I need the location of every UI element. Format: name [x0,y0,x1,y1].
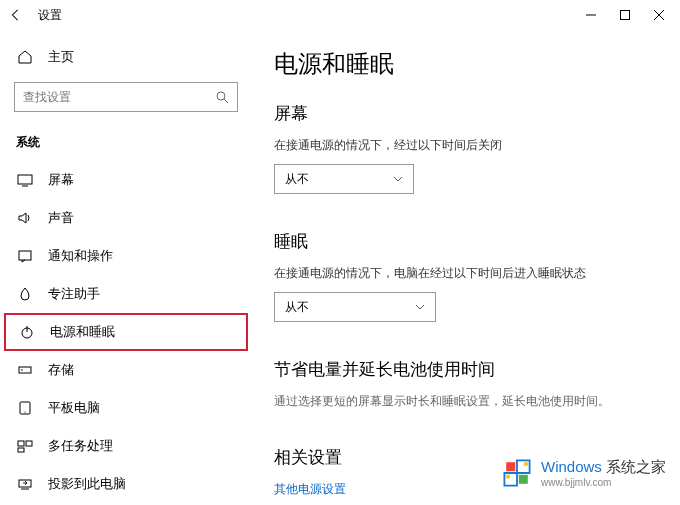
title-bar-left: 设置 [8,7,62,24]
svg-rect-8 [19,251,31,260]
sidebar-item-display[interactable]: 屏幕 [0,161,252,199]
svg-point-12 [21,369,23,371]
svg-rect-11 [19,367,31,373]
sidebar-item-multitask[interactable]: 多任务处理 [0,427,252,465]
home-icon [16,48,34,66]
home-button[interactable]: 主页 [0,38,252,76]
nav-list: 屏幕 声音 通知和操作 专注助手 电源和睡眠 存储 [0,161,252,503]
svg-point-4 [217,92,225,100]
svg-rect-16 [26,441,32,446]
close-button[interactable] [652,8,666,22]
svg-line-5 [224,99,228,103]
battery-heading: 节省电量并延长电池使用时间 [274,358,654,381]
sidebar-item-label: 平板电脑 [48,399,100,417]
notification-icon [16,247,34,265]
related-heading: 相关设置 [274,446,654,469]
svg-rect-15 [18,441,24,446]
search-field[interactable] [23,90,215,104]
sidebar-item-label: 电源和睡眠 [50,323,115,341]
window-title: 设置 [38,7,62,24]
chevron-down-icon [393,174,403,184]
sidebar-item-focus[interactable]: 专注助手 [0,275,252,313]
minimize-button[interactable] [584,8,598,22]
sidebar-item-label: 专注助手 [48,285,100,303]
screen-heading: 屏幕 [274,102,654,125]
battery-description: 通过选择更短的屏幕显示时长和睡眠设置，延长电池使用时间。 [274,393,654,410]
content-panel: 电源和睡眠 屏幕 在接通电源的情况下，经过以下时间后关闭 从不 睡眠 在接通电源… [252,30,680,505]
focus-icon [16,285,34,303]
sidebar-item-label: 声音 [48,209,74,227]
svg-rect-17 [18,448,24,452]
sidebar: 主页 系统 屏幕 声音 通知和操作 专注助手 [0,30,252,505]
related-link[interactable]: 其他电源设置 [274,481,654,498]
screen-timeout-dropdown[interactable]: 从不 [274,164,414,194]
close-icon [654,10,664,20]
sidebar-item-tablet[interactable]: 平板电脑 [0,389,252,427]
maximize-button[interactable] [618,8,632,22]
screen-description: 在接通电源的情况下，经过以下时间后关闭 [274,137,654,154]
search-input[interactable] [14,82,238,112]
dropdown-value: 从不 [285,299,309,316]
projecting-icon [16,475,34,493]
svg-rect-6 [18,175,32,184]
maximize-icon [620,10,630,20]
sidebar-item-label: 存储 [48,361,74,379]
sidebar-item-notifications[interactable]: 通知和操作 [0,237,252,275]
svg-rect-1 [621,11,630,20]
multitask-icon [16,437,34,455]
search-icon [215,90,229,104]
sleep-heading: 睡眠 [274,230,654,253]
sleep-timeout-dropdown[interactable]: 从不 [274,292,436,322]
chevron-down-icon [415,302,425,312]
back-button[interactable] [8,7,24,23]
dropdown-value: 从不 [285,171,309,188]
storage-icon [16,361,34,379]
svg-point-14 [24,411,25,412]
sidebar-item-sound[interactable]: 声音 [0,199,252,237]
sidebar-item-label: 投影到此电脑 [48,475,126,493]
arrow-left-icon [9,8,23,22]
sidebar-item-storage[interactable]: 存储 [0,351,252,389]
display-icon [16,171,34,189]
sidebar-item-label: 屏幕 [48,171,74,189]
sleep-description: 在接通电源的情况下，电脑在经过以下时间后进入睡眠状态 [274,265,654,282]
sidebar-item-projecting[interactable]: 投影到此电脑 [0,465,252,503]
tablet-icon [16,399,34,417]
sidebar-item-label: 通知和操作 [48,247,113,265]
power-icon [18,323,36,341]
window-controls [584,8,672,22]
sound-icon [16,209,34,227]
page-title: 电源和睡眠 [274,48,654,80]
sidebar-item-power[interactable]: 电源和睡眠 [4,313,248,351]
section-header: 系统 [0,126,252,161]
title-bar: 设置 [0,0,680,30]
home-label: 主页 [48,48,74,66]
sidebar-item-label: 多任务处理 [48,437,113,455]
minimize-icon [586,10,596,20]
body: 主页 系统 屏幕 声音 通知和操作 专注助手 [0,30,680,505]
